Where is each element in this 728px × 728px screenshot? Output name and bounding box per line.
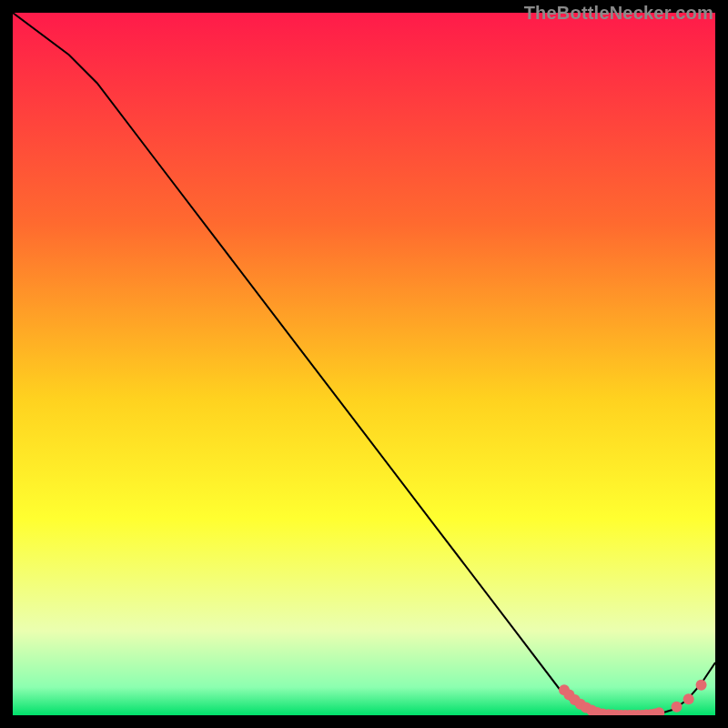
curve-marker [696,680,707,691]
watermark-text: TheBottleNecker.com [524,3,713,24]
curve-markers [559,680,707,715]
curve-marker [683,693,694,704]
plot-area [13,13,715,715]
bottleneck-curve [13,13,715,715]
chart-container: TheBottleNecker.com [0,0,728,728]
chart-overlay [13,13,715,715]
curve-marker [672,702,682,713]
